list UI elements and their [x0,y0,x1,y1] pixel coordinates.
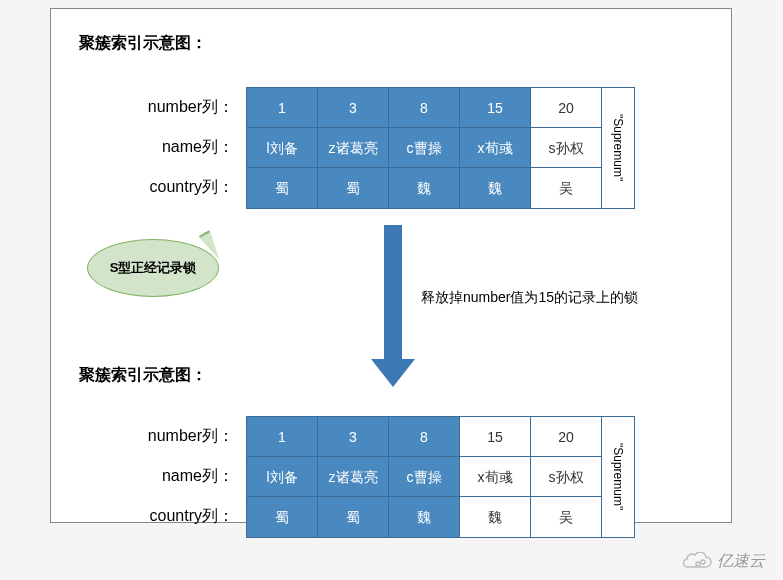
cell-number: 3 [318,417,388,457]
cell-name: c曹操 [389,457,459,497]
cloud-icon [683,552,713,572]
cell-country: 蜀 [247,497,317,537]
cell-country: 魏 [460,168,530,208]
cell-name: z诸葛亮 [318,457,388,497]
cell-country: 吴 [531,168,601,208]
arrow-note: 释放掉number值为15的记录上的锁 [421,289,638,307]
cell-name: s孙权 [531,128,601,168]
table-col: 15 x荀彧 魏 [460,87,531,209]
label-country: country列： [109,167,234,207]
table-col: 3 z诸葛亮 蜀 [318,87,389,209]
top-row-labels: number列： name列： country列： [109,87,234,207]
table-col: 15 x荀彧 魏 [460,416,531,538]
svg-point-1 [701,560,705,564]
top-title: 聚簇索引示意图： [79,33,207,54]
cell-number: 15 [460,417,530,457]
cell-name: x荀彧 [460,457,530,497]
diagram-canvas: 聚簇索引示意图： number列： name列： country列： 1 l刘备… [50,8,732,523]
cell-country: 蜀 [318,497,388,537]
table-col: 1 l刘备 蜀 [246,416,318,538]
cell-number: 20 [531,88,601,128]
cell-name: x荀彧 [460,128,530,168]
cell-number: 20 [531,417,601,457]
table-col: 3 z诸葛亮 蜀 [318,416,389,538]
watermark-logo: 亿速云 [683,551,765,572]
cell-country: 魏 [389,168,459,208]
cell-name: c曹操 [389,128,459,168]
watermark-text: 亿速云 [717,551,765,572]
bubble-text: S型正经记录锁 [110,259,197,277]
arrow-head-icon [371,359,415,387]
supremum-cell: "Supremum" [602,416,635,538]
svg-point-0 [696,562,700,566]
cell-number: 1 [247,417,317,457]
table-col: 1 l刘备 蜀 [246,87,318,209]
table-col: 8 c曹操 魏 [389,87,460,209]
label-number: number列： [109,87,234,127]
cell-number: 3 [318,88,388,128]
cell-country: 吴 [531,497,601,537]
top-index-table: 1 l刘备 蜀 3 z诸葛亮 蜀 8 c曹操 魏 15 x荀彧 魏 20 s孙权… [246,87,635,209]
table-col: 20 s孙权 吴 [531,416,602,538]
label-country: country列： [109,496,234,536]
cell-country: 魏 [389,497,459,537]
label-name: name列： [109,456,234,496]
bottom-row-labels: number列： name列： country列： [109,416,234,536]
cell-number: 1 [247,88,317,128]
cell-name: l刘备 [247,457,317,497]
bottom-title: 聚簇索引示意图： [79,365,207,386]
table-col: 20 s孙权 吴 [531,87,602,209]
bottom-index-table: 1 l刘备 蜀 3 z诸葛亮 蜀 8 c曹操 魏 15 x荀彧 魏 20 s孙权… [246,416,635,538]
label-name: name列： [109,127,234,167]
cell-number: 8 [389,417,459,457]
arrow-shaft-icon [384,225,402,359]
lock-callout-bubble: S型正经记录锁 [87,239,219,297]
table-col: 8 c曹操 魏 [389,416,460,538]
supremum-cell: "Supremum" [602,87,635,209]
cell-name: z诸葛亮 [318,128,388,168]
cell-country: 蜀 [318,168,388,208]
cell-number: 8 [389,88,459,128]
cell-country: 蜀 [247,168,317,208]
cell-name: s孙权 [531,457,601,497]
cell-name: l刘备 [247,128,317,168]
label-number: number列： [109,416,234,456]
cell-country: 魏 [460,497,530,537]
cell-number: 15 [460,88,530,128]
